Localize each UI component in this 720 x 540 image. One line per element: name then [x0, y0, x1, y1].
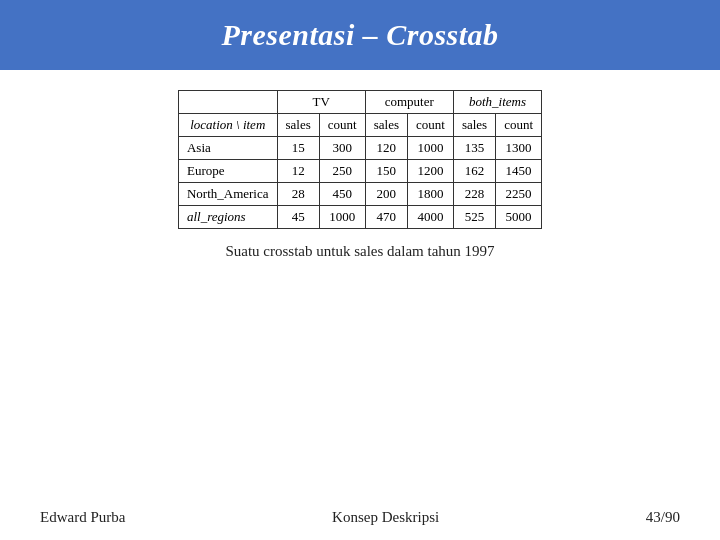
row-location: North_America: [178, 183, 277, 206]
col-group-empty: [178, 91, 277, 114]
row-cell: 525: [453, 206, 495, 229]
slide-header: Presentasi – Crosstab: [0, 0, 720, 70]
row-cell: 1000: [407, 137, 453, 160]
row-cell: 200: [365, 183, 407, 206]
row-cell: 228: [453, 183, 495, 206]
row-cell: 5000: [496, 206, 542, 229]
subheader-both-sales: sales: [453, 114, 495, 137]
col-group-tv: TV: [277, 91, 365, 114]
subheader-both-count: count: [496, 114, 542, 137]
subheader-tv-count: count: [319, 114, 365, 137]
row-location: Asia: [178, 137, 277, 160]
row-cell: 1000: [319, 206, 365, 229]
row-cell: 2250: [496, 183, 542, 206]
subheader-comp-sales: sales: [365, 114, 407, 137]
subheader-row: location \ item sales count sales count …: [178, 114, 541, 137]
row-cell: 4000: [407, 206, 453, 229]
row-cell: 120: [365, 137, 407, 160]
table-row: all_regions45100047040005255000: [178, 206, 541, 229]
row-cell: 15: [277, 137, 319, 160]
row-cell: 150: [365, 160, 407, 183]
table-row: Europe1225015012001621450: [178, 160, 541, 183]
col-group-row: TV computer both_items: [178, 91, 541, 114]
col-group-computer: computer: [365, 91, 453, 114]
row-cell: 300: [319, 137, 365, 160]
slide-content: TV computer both_items location \ item s…: [0, 70, 720, 509]
row-cell: 162: [453, 160, 495, 183]
row-cell: 135: [453, 137, 495, 160]
row-cell: 1800: [407, 183, 453, 206]
subheader-tv-sales: sales: [277, 114, 319, 137]
row-cell: 1450: [496, 160, 542, 183]
footer-subject: Konsep Deskripsi: [332, 509, 439, 526]
row-cell: 470: [365, 206, 407, 229]
slide-title: Presentasi – Crosstab: [0, 18, 720, 52]
crosstab-table: TV computer both_items location \ item s…: [178, 90, 542, 229]
row-cell: 450: [319, 183, 365, 206]
slide-footer: Edward Purba Konsep Deskripsi 43/90: [0, 509, 720, 540]
row-location: all_regions: [178, 206, 277, 229]
subheader-location: location \ item: [178, 114, 277, 137]
footer-page: 43/90: [646, 509, 680, 526]
row-cell: 1300: [496, 137, 542, 160]
row-cell: 12: [277, 160, 319, 183]
table-row: Asia1530012010001351300: [178, 137, 541, 160]
row-cell: 45: [277, 206, 319, 229]
row-location: Europe: [178, 160, 277, 183]
row-cell: 250: [319, 160, 365, 183]
table-row: North_America2845020018002282250: [178, 183, 541, 206]
footer-author: Edward Purba: [40, 509, 125, 526]
slide: Presentasi – Crosstab TV computer both_i…: [0, 0, 720, 540]
table-caption: Suatu crosstab untuk sales dalam tahun 1…: [225, 243, 494, 260]
row-cell: 1200: [407, 160, 453, 183]
subheader-comp-count: count: [407, 114, 453, 137]
row-cell: 28: [277, 183, 319, 206]
col-group-both: both_items: [453, 91, 541, 114]
